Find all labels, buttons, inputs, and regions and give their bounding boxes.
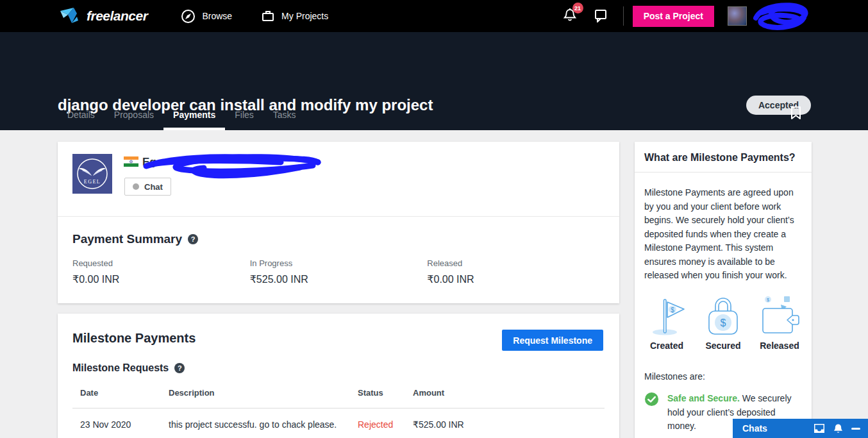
milestone-payments-card: Milestone Payments Request Milestone Mil… <box>58 314 619 438</box>
navbar-divider <box>623 6 624 26</box>
nav-my-projects[interactable]: My Projects <box>261 9 328 23</box>
flag-created-icon: $ <box>647 294 687 337</box>
tab-details[interactable]: Details <box>58 102 104 130</box>
payment-overview-card: EGEL Eg Chat Payment Summary ? Requested… <box>58 142 619 303</box>
name-redaction-scribble <box>133 149 326 179</box>
bookmark-button[interactable] <box>790 106 801 122</box>
header-amount: Amount <box>413 388 605 398</box>
summary-label: Released <box>427 258 605 268</box>
logo-wordmark: freelancer <box>87 8 147 24</box>
sidebar-description: Milestone Payments are agreed upon by yo… <box>644 186 803 283</box>
check-circle-icon <box>644 392 659 407</box>
top-navbar: freelancer Browse My Projects 21 <box>0 0 868 32</box>
help-icon[interactable]: ? <box>188 234 198 244</box>
svg-text:$: $ <box>671 307 674 314</box>
milestones-are-label: Milestones are: <box>644 371 705 382</box>
milestone-steps: $ Created $ Secured $ <box>640 294 806 351</box>
nav-my-projects-label: My Projects <box>281 11 328 21</box>
bookmark-icon <box>790 106 801 120</box>
table-header-row: Date Description Status Amount <box>72 383 605 402</box>
nav-browse[interactable]: Browse <box>181 9 232 24</box>
step-created: $ Created <box>640 294 694 351</box>
step-label: Secured <box>705 341 740 351</box>
scribble-icon <box>749 0 810 32</box>
tab-payments[interactable]: Payments <box>163 102 225 130</box>
cell-amount: ₹525.00 INR <box>413 419 605 430</box>
payment-summary-title: Payment Summary <box>72 232 182 246</box>
milestone-payments-title: Milestone Payments <box>72 331 196 346</box>
cell-status-rejected: Rejected <box>358 419 413 430</box>
messages-button[interactable] <box>594 8 608 25</box>
step-secured: $ Secured <box>696 294 750 351</box>
user-avatar[interactable] <box>728 6 747 26</box>
bullet-highlight: Safe and Secure. <box>667 393 740 403</box>
lock-secured-icon: $ <box>703 294 743 337</box>
milestone-requests-table: Date Description Status Amount 23 Nov 20… <box>72 383 605 438</box>
svg-text:EGEL: EGEL <box>84 179 101 185</box>
sidebar-title: What are Milestone Payments? <box>644 152 796 164</box>
summary-label: Requested <box>72 258 250 268</box>
compass-icon <box>181 9 196 24</box>
summary-value: ₹525.00 INR <box>250 273 428 285</box>
svg-text:$: $ <box>767 298 769 302</box>
chat-bubble-icon <box>594 8 608 22</box>
step-released: $ Released <box>753 294 806 351</box>
notification-count-badge: 21 <box>572 3 583 13</box>
tab-files[interactable]: Files <box>225 102 263 130</box>
help-icon[interactable]: ? <box>174 363 185 373</box>
step-label: Released <box>760 341 799 351</box>
freelancer-logo[interactable]: freelancer <box>60 6 147 26</box>
card-divider <box>58 216 619 217</box>
step-label: Created <box>650 341 683 351</box>
milestone-requests-title: Milestone Requests <box>72 362 169 374</box>
wallet-released-icon: $ <box>760 294 799 337</box>
request-milestone-button[interactable]: Request Milestone <box>502 330 603 351</box>
cell-description: this project successfu. go to chack plea… <box>169 419 358 430</box>
payment-summary-columns: Requested ₹0.00 INR In Progress ₹525.00 … <box>72 258 605 285</box>
summary-value: ₹0.00 INR <box>72 273 250 285</box>
svg-text:$: $ <box>721 317 726 328</box>
notifications-button[interactable]: 21 <box>563 7 577 25</box>
cell-date: 23 Nov 2020 <box>72 419 169 430</box>
header-date: Date <box>72 388 169 398</box>
summary-in-progress: In Progress ₹525.00 INR <box>250 258 428 285</box>
summary-label: In Progress <box>250 258 428 268</box>
offline-status-dot <box>133 183 139 190</box>
chats-label: Chats <box>742 423 767 434</box>
payment-summary-header: Payment Summary ? <box>72 232 198 246</box>
sidebar-divider <box>635 172 812 173</box>
chat-button[interactable]: Chat <box>124 178 171 196</box>
tab-tasks[interactable]: Tasks <box>263 102 306 130</box>
chats-bell-icon[interactable] <box>833 423 843 434</box>
chats-bar-icons <box>814 423 860 434</box>
navbar-right-group: 21 Post a Project <box>563 0 868 32</box>
summary-value: ₹0.00 INR <box>427 273 605 285</box>
minimize-icon[interactable] <box>851 428 860 430</box>
milestone-requests-header: Milestone Requests ? <box>72 362 185 374</box>
project-tabs: Details Proposals Payments Files Tasks <box>58 102 306 130</box>
india-flag-icon <box>124 156 138 167</box>
milestone-info-card: What are Milestone Payments? Milestone P… <box>635 142 812 438</box>
tab-proposals[interactable]: Proposals <box>104 102 163 130</box>
freelancer-avatar-egel[interactable]: EGEL <box>72 154 112 194</box>
freelancer-bird-icon <box>60 6 83 26</box>
chats-bar[interactable]: Chats <box>733 419 868 438</box>
project-header: django developer can install and modify … <box>0 32 868 130</box>
freelancer-name[interactable]: Eg <box>142 156 156 169</box>
nav-browse-label: Browse <box>202 11 232 21</box>
inbox-icon[interactable] <box>814 423 825 434</box>
summary-requested: Requested ₹0.00 INR <box>72 258 250 285</box>
table-row[interactable]: 23 Nov 2020 this project successfu. go t… <box>72 409 605 438</box>
header-description: Description <box>169 388 358 398</box>
chat-button-label: Chat <box>144 182 163 192</box>
briefcase-icon <box>261 9 275 23</box>
summary-released: Released ₹0.00 INR <box>427 258 605 285</box>
header-status: Status <box>358 388 413 398</box>
post-a-project-button[interactable]: Post a Project <box>633 6 714 27</box>
username-redaction-scribble[interactable] <box>749 0 810 32</box>
